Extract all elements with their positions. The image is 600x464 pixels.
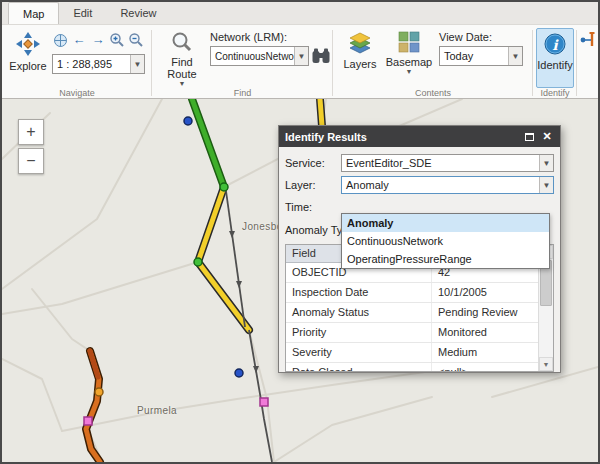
identify-button[interactable]: i Identify [536, 28, 574, 88]
layer-option-continuousnetwork[interactable]: ContinuousNetwork [342, 232, 549, 250]
layer-dropdown-list: Anomaly ContinuousNetwork OperatingPress… [341, 213, 550, 269]
measure-icon[interactable] [579, 31, 597, 49]
table-row: Inspection Date 10/1/2005 [286, 283, 553, 303]
panel-title: Identify Results [285, 131, 518, 143]
layer-combobox[interactable]: Anomaly ▼ [341, 176, 554, 194]
group-label-find: Find [152, 88, 333, 98]
network-lrm-label: Network (LRM): [210, 31, 287, 43]
chevron-down-icon: ▼ [179, 81, 186, 87]
group-partial [577, 25, 598, 99]
zoom-out-icon[interactable] [128, 32, 144, 48]
view-date-label: View Date: [439, 31, 492, 43]
table-row: Severity Medium [286, 343, 553, 363]
chevron-down-icon: ▼ [539, 177, 553, 193]
layer-option-anomaly[interactable]: Anomaly [342, 214, 549, 232]
group-contents: Layers Basemap ▼ View Date: Today ▼ [333, 25, 533, 99]
table-row: Priority Monitored [286, 323, 553, 343]
table-row: Anomaly Status Pending Review [286, 303, 553, 323]
ribbon: Explore ← → 1 : 288,895 ▼ Navigate [2, 25, 598, 99]
basemap-button[interactable]: Basemap ▼ [385, 27, 433, 89]
chevron-down-icon: ▼ [539, 155, 553, 171]
group-navigate: Explore ← → 1 : 288,895 ▼ Navigate [2, 25, 152, 99]
layer-row: Layer: Anomaly ▼ [285, 174, 554, 196]
service-label: Service: [285, 157, 341, 169]
app-window: Map Edit Review Explore ← → [0, 0, 600, 464]
time-label: Time: [285, 201, 341, 213]
panel-titlebar[interactable]: Identify Results ✕ [279, 126, 560, 147]
group-label-contents: Contents [333, 88, 533, 98]
ribbon-tabstrip: Map Edit Review [2, 2, 598, 25]
tab-review[interactable]: Review [106, 2, 170, 24]
group-label-navigate: Navigate [2, 88, 152, 98]
group-find: Find Route ▼ Network (LRM): ContinuousNe… [152, 25, 333, 99]
map-zoom-out-button[interactable]: − [18, 148, 44, 174]
view-date-combobox[interactable]: Today ▼ [439, 46, 523, 66]
map-zoom-in-button[interactable]: + [18, 119, 44, 145]
explore-button[interactable]: Explore [6, 27, 50, 87]
place-label-purmela: Purmela [137, 405, 177, 416]
identify-icon: i [543, 32, 567, 58]
service-row: Service: EventEditor_SDE ▼ [285, 152, 554, 174]
basemap-icon [398, 31, 420, 55]
maximize-button[interactable] [522, 130, 536, 144]
tab-map[interactable]: Map [8, 2, 59, 24]
scroll-down-icon[interactable]: ▼ [539, 357, 553, 371]
binoculars-icon[interactable] [312, 47, 330, 65]
service-combobox[interactable]: EventEditor_SDE ▼ [341, 154, 554, 172]
layers-button[interactable]: Layers [339, 27, 381, 89]
network-combobox[interactable]: ContinuousNetwork ▼ [210, 46, 309, 66]
chevron-down-icon: ▼ [294, 47, 308, 65]
find-route-magnifier-icon [171, 31, 193, 55]
chevron-down-icon: ▼ [406, 69, 413, 75]
previous-extent-icon[interactable]: ← [71, 32, 87, 48]
default-extent-icon[interactable] [52, 32, 68, 48]
map-zoom-control: + − [18, 119, 44, 174]
maximize-icon [525, 133, 534, 141]
close-button[interactable]: ✕ [540, 130, 554, 144]
group-identify: i Identify Identify [533, 25, 577, 99]
table-row: Date Closed <null> [286, 363, 553, 372]
layer-option-operatingpressurerange[interactable]: OperatingPressureRange [342, 250, 549, 268]
identify-results-panel: Identify Results ✕ Service: EventEditor_… [278, 125, 561, 373]
explore-icon [15, 31, 41, 59]
chevron-down-icon: ▼ [508, 47, 522, 65]
layer-label: Layer: [285, 179, 341, 191]
scale-combobox[interactable]: 1 : 288,895 ▼ [52, 54, 145, 74]
next-extent-icon[interactable]: → [90, 32, 106, 48]
tab-edit[interactable]: Edit [59, 2, 106, 24]
zoom-in-icon[interactable] [109, 32, 125, 48]
chevron-down-icon: ▼ [130, 55, 144, 73]
close-icon: ✕ [542, 131, 551, 142]
layers-icon [348, 31, 372, 57]
find-route-button[interactable]: Find Route ▼ [160, 27, 204, 89]
group-label-identify: Identify [533, 88, 577, 98]
